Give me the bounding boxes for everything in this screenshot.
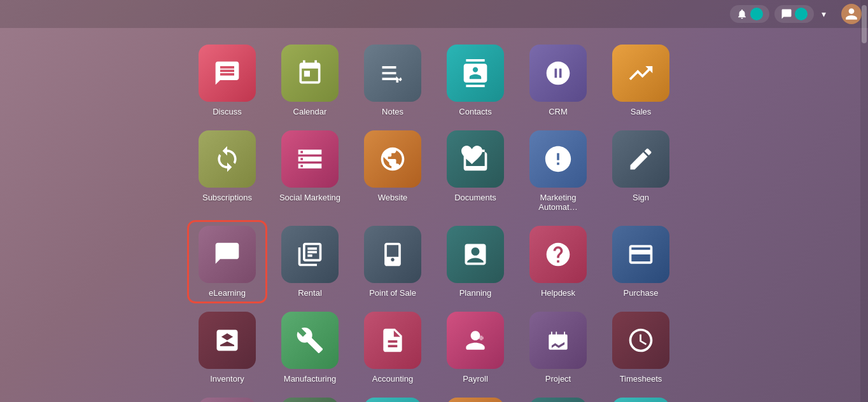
app-tile-helpdesk[interactable]: Helpdesk bbox=[520, 222, 596, 302]
app-icon-project bbox=[529, 312, 587, 369]
app-tile-app8[interactable] bbox=[272, 394, 348, 402]
app-label-sign: Sign bbox=[633, 193, 649, 202]
app-icon-calendar bbox=[281, 45, 339, 102]
app-label-notes: Notes bbox=[382, 107, 403, 116]
app-label-subscriptions: Subscriptions bbox=[202, 193, 252, 202]
app-tile-inventory[interactable]: Inventory bbox=[189, 308, 265, 387]
app-icon-payroll bbox=[447, 312, 504, 369]
app-tile-payroll[interactable]: Payroll bbox=[437, 308, 514, 387]
app-icon-website bbox=[364, 130, 421, 188]
app-label-project: Project bbox=[545, 374, 571, 384]
app-label-rental: Rental bbox=[298, 288, 322, 298]
app-label-website: Website bbox=[378, 193, 408, 202]
app-label-accounting: Accounting bbox=[372, 374, 413, 384]
app-icon-app8 bbox=[281, 398, 339, 402]
app-label-documents: Documents bbox=[454, 193, 496, 202]
app-icon-documents bbox=[447, 130, 504, 188]
chevron-down-icon: ▾ bbox=[822, 9, 826, 19]
app-label-helpdesk: Helpdesk bbox=[541, 288, 575, 298]
app-label-marketing: Marketing Automat… bbox=[522, 193, 594, 212]
app-icon-crm bbox=[529, 45, 587, 102]
app-tile-app7[interactable] bbox=[189, 394, 265, 402]
app-icon-app10 bbox=[447, 398, 504, 402]
message-count bbox=[795, 8, 808, 20]
app-icon-planning bbox=[447, 226, 504, 283]
app-icon-manufacturing bbox=[281, 312, 339, 369]
app-label-inventory: Inventory bbox=[210, 374, 244, 384]
app-icon-purchase bbox=[612, 226, 669, 283]
app-tile-social[interactable]: Social Marketing bbox=[272, 127, 348, 216]
app-tile-timesheets[interactable]: Timesheets bbox=[603, 308, 679, 387]
app-label-sales: Sales bbox=[631, 107, 652, 116]
app-label-planning: Planning bbox=[459, 288, 492, 298]
avatar[interactable] bbox=[841, 4, 862, 24]
app-icon-helpdesk bbox=[529, 226, 587, 283]
apps-row-1: SubscriptionsSocial MarketingWebsiteDocu… bbox=[189, 127, 679, 216]
app-label-contacts: Contacts bbox=[459, 107, 491, 116]
app-tile-app9[interactable] bbox=[354, 394, 431, 402]
app-tile-elearning[interactable]: eLearning bbox=[189, 222, 265, 302]
app-tile-project[interactable]: Project bbox=[520, 308, 596, 387]
apps-row-2: eLearningRentalPoint of SalePlanningHelp… bbox=[189, 222, 679, 302]
app-icon-contacts bbox=[447, 45, 504, 102]
app-label-crm: CRM bbox=[549, 107, 568, 116]
app-icon-timesheets bbox=[612, 312, 669, 369]
app-icon-notes bbox=[364, 45, 421, 102]
app-tile-crm[interactable]: CRM bbox=[520, 41, 596, 120]
notification-count bbox=[750, 8, 763, 20]
app-label-manufacturing: Manufacturing bbox=[284, 374, 336, 384]
notification-bell[interactable] bbox=[730, 5, 769, 23]
app-label-social: Social Marketing bbox=[279, 193, 340, 202]
app-tile-rental[interactable]: Rental bbox=[272, 222, 348, 302]
app-tile-subscriptions[interactable]: Subscriptions bbox=[189, 127, 265, 216]
app-tile-calendar[interactable]: Calendar bbox=[272, 41, 348, 120]
app-tile-purchase[interactable]: Purchase bbox=[603, 222, 679, 302]
app-icon-app7 bbox=[199, 398, 256, 402]
app-tile-pos[interactable]: Point of Sale bbox=[354, 222, 431, 302]
close-button[interactable] bbox=[831, 11, 836, 17]
app-tile-app11[interactable] bbox=[520, 394, 596, 402]
app-icon-app12 bbox=[612, 398, 669, 402]
scrollbar-thumb[interactable] bbox=[862, 5, 867, 43]
app-icon-pos bbox=[364, 226, 421, 283]
app-tile-manufacturing[interactable]: Manufacturing bbox=[272, 308, 348, 387]
app-label-discuss: Discuss bbox=[213, 107, 242, 116]
app-icon-rental bbox=[281, 226, 339, 283]
apps-row-0: DiscussCalendarNotesContactsCRMSales bbox=[189, 41, 679, 120]
app-tile-discuss[interactable]: Discuss bbox=[189, 41, 265, 120]
app-icon-marketing bbox=[529, 130, 587, 188]
app-tile-app10[interactable] bbox=[437, 394, 514, 402]
apps-row-3: InventoryManufacturingAccountingPayrollP… bbox=[189, 308, 679, 387]
app-icon-social bbox=[281, 130, 339, 188]
app-tile-accounting[interactable]: Accounting bbox=[354, 308, 431, 387]
app-tile-marketing[interactable]: Marketing Automat… bbox=[520, 127, 596, 216]
company-selector[interactable]: ▾ bbox=[819, 9, 826, 19]
app-tile-contacts[interactable]: Contacts bbox=[437, 41, 514, 120]
app-icon-sales bbox=[612, 45, 669, 102]
app-label-purchase: Purchase bbox=[624, 288, 659, 298]
app-icon-subscriptions bbox=[199, 130, 256, 188]
apps-row-4 bbox=[189, 394, 679, 402]
svg-point-0 bbox=[231, 247, 235, 252]
app-tile-documents[interactable]: Documents bbox=[437, 127, 514, 216]
app-icon-sign bbox=[612, 130, 669, 188]
app-icon-app11 bbox=[529, 398, 587, 402]
scrollbar[interactable] bbox=[860, 0, 868, 402]
app-label-timesheets: Timesheets bbox=[620, 374, 662, 384]
app-label-payroll: Payroll bbox=[463, 374, 488, 384]
app-label-elearning: eLearning bbox=[209, 288, 246, 298]
app-tile-notes[interactable]: Notes bbox=[354, 41, 431, 120]
app-tile-planning[interactable]: Planning bbox=[437, 222, 514, 302]
app-label-pos: Point of Sale bbox=[369, 288, 416, 298]
app-icon-discuss bbox=[199, 45, 256, 102]
app-label-calendar: Calendar bbox=[293, 107, 327, 116]
app-tile-website[interactable]: Website bbox=[354, 127, 431, 216]
app-tile-sales[interactable]: Sales bbox=[603, 41, 679, 120]
apps-grid: DiscussCalendarNotesContactsCRMSalesSubs… bbox=[0, 34, 868, 402]
app-icon-accounting bbox=[364, 312, 421, 369]
message-icon[interactable] bbox=[774, 5, 814, 23]
app-tile-sign[interactable]: Sign bbox=[603, 127, 679, 216]
app-tile-app12[interactable] bbox=[603, 394, 679, 402]
app-icon-inventory bbox=[199, 312, 256, 369]
topbar: ▾ bbox=[0, 0, 868, 28]
